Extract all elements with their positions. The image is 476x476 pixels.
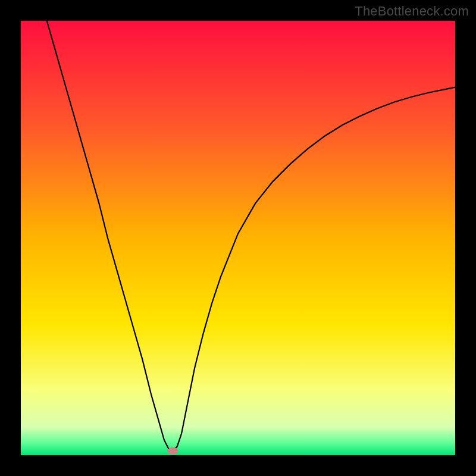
watermark-text: TheBottleneck.com (355, 4, 469, 19)
plot-background (21, 21, 455, 455)
chart-frame: TheBottleneck.com (0, 0, 476, 476)
optimal-point-marker (168, 447, 178, 455)
bottleneck-chart (0, 0, 476, 476)
